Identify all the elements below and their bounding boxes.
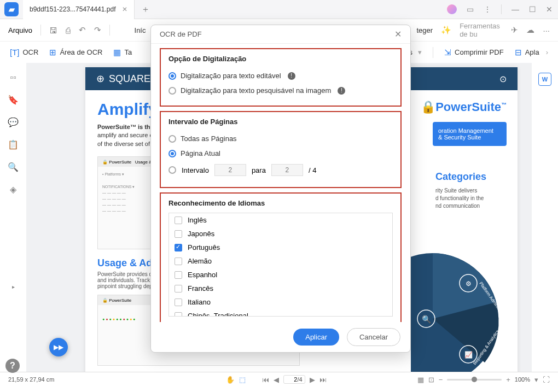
zoom-dropdown-icon[interactable]: ▾ (534, 376, 538, 384)
clipboard-icon[interactable]: 📋 (8, 139, 19, 150)
language-label: Japonês (188, 230, 214, 238)
language-label: Alemão (188, 257, 212, 265)
radio-label: Todas as Páginas (181, 134, 237, 143)
save-icon[interactable]: 🖫 (49, 26, 57, 35)
current-page-radio[interactable]: Página Atual (168, 146, 393, 161)
close-dialog-icon[interactable]: ✕ (394, 29, 402, 39)
zoom-slider[interactable] (447, 379, 502, 381)
close-window-icon[interactable]: ✕ (546, 5, 553, 14)
last-page-icon[interactable]: ⏭ (319, 376, 327, 384)
compress-icon: ⇲ (444, 48, 451, 57)
apply-button[interactable]: Aplicar (293, 329, 339, 346)
language-item[interactable]: Espanhol (169, 268, 392, 282)
page-total: /4 (297, 376, 302, 383)
app-logo: ▰ (4, 2, 19, 16)
info-icon[interactable]: ! (338, 87, 345, 95)
divider (433, 47, 433, 58)
select-tool-icon[interactable]: ⬚ (239, 376, 246, 384)
ai-assistant-button[interactable]: ▶▶ (49, 338, 68, 356)
prev-page-icon[interactable]: ◀ (274, 376, 279, 384)
layers-icon[interactable]: ◈ (10, 184, 16, 195)
fullscreen-icon[interactable]: ⛶ (543, 376, 550, 384)
redo-icon[interactable]: ↷ (94, 25, 101, 35)
tab-home[interactable]: Iníc (135, 26, 146, 34)
radio-icon (168, 87, 176, 95)
settings-icon[interactable]: ··· (543, 26, 550, 35)
apla-label: Apla (525, 48, 539, 56)
new-tab-button[interactable]: ＋ (135, 4, 156, 15)
language-list[interactable]: InglêsJaponêsPortuguêsAlemãoEspanholFran… (168, 213, 393, 317)
radio-icon (168, 166, 176, 174)
file-menu[interactable]: Arquivo (8, 26, 32, 34)
range-from-input[interactable] (214, 164, 246, 176)
apla-button[interactable]: ⊟Apla› (515, 48, 548, 57)
thumbnails-icon[interactable]: ▫▫ (10, 73, 16, 83)
checkbox-icon (175, 244, 182, 251)
compress-button[interactable]: ⇲Comprimir PDF (444, 48, 504, 57)
sparkle-icon[interactable]: ✨ (441, 25, 451, 35)
range-section-title: Intervalo de Páginas (168, 118, 393, 126)
range-to-input[interactable] (271, 164, 303, 176)
first-page-icon[interactable]: ⏮ (262, 376, 269, 384)
close-tab-icon[interactable]: ✕ (122, 5, 127, 13)
chevron-right-icon: › (546, 48, 548, 56)
bookmarks-icon[interactable]: 🔖 (8, 95, 19, 105)
language-label: Português (188, 243, 220, 251)
help-icon[interactable]: ? (5, 359, 20, 373)
divider (40, 25, 41, 36)
comments-icon[interactable]: 💬 (8, 117, 19, 127)
language-item[interactable]: Francês (169, 282, 392, 295)
selected-language: Português (168, 317, 393, 322)
all-pages-radio[interactable]: Todas as Páginas (168, 131, 393, 146)
expand-panel-icon[interactable]: ▸ (12, 284, 15, 290)
language-item[interactable]: Alemão (169, 254, 392, 268)
language-item[interactable]: Japonês (169, 227, 392, 241)
dialog-titlebar: OCR de PDF ✕ (151, 25, 410, 44)
scan-searchable-radio[interactable]: Digitalização para texto pesquisável na … (168, 83, 393, 98)
print-icon[interactable]: ⎙ (66, 26, 71, 35)
tab-ai-tools[interactable]: Ferramentas de bu (460, 22, 503, 38)
language-item[interactable]: Inglês (169, 213, 392, 227)
right-sidebar: W (532, 63, 558, 372)
page-number-field[interactable]: /4 (283, 375, 305, 384)
search-icon[interactable]: 🔍 (8, 162, 19, 172)
word-export-icon[interactable]: W (538, 73, 551, 86)
view-mode-icon[interactable]: ▦ (417, 376, 424, 384)
kebab-menu-icon[interactable]: ⋮ (484, 5, 491, 14)
radio-label: Página Atual (181, 149, 220, 157)
language-item[interactable]: Chinês_Tradicional (169, 309, 392, 317)
language-item[interactable]: Italiano (169, 295, 392, 309)
scan-editable-radio[interactable]: Digitalização para texto editável ! (168, 68, 393, 83)
checkbox-icon (175, 285, 182, 292)
range-radio-row[interactable]: Intervalo para / 4 (168, 161, 393, 179)
minimize-icon[interactable]: — (512, 5, 519, 14)
left-sidebar: ▫▫ 🔖 💬 📋 🔍 ◈ ▸ (0, 63, 26, 372)
info-icon[interactable]: ! (288, 72, 295, 80)
ta-button[interactable]: ▦Ta (113, 48, 132, 57)
divider (109, 25, 110, 36)
document-tab[interactable]: b9ddf151-223...75474441.pdf ✕ (23, 0, 135, 19)
ocr-button[interactable]: [T]OCR (10, 48, 38, 57)
powersuite-label: 🔒PowerSuite™ (421, 100, 507, 114)
avatar-icon[interactable] (447, 4, 457, 14)
maximize-icon[interactable]: ☐ (529, 5, 536, 14)
fit-icon[interactable]: ⊡ (428, 376, 434, 384)
tab-protect[interactable]: teger (416, 26, 433, 34)
language-label: Francês (188, 284, 213, 292)
zoom-out-icon[interactable]: − (439, 376, 443, 384)
chat-icon[interactable]: ▭ (467, 5, 474, 14)
radio-icon (168, 150, 176, 157)
next-page-icon[interactable]: ▶ (310, 376, 315, 384)
send-icon[interactable]: ✈ (511, 25, 518, 35)
compress-label: Comprimir PDF (455, 48, 504, 56)
zoom-in-icon[interactable]: + (506, 376, 510, 384)
ocr-area-button[interactable]: ⊞Área de OCR (49, 48, 102, 57)
page-input[interactable] (286, 376, 297, 383)
hand-tool-icon[interactable]: ✋ (226, 376, 235, 384)
language-item[interactable]: Português (169, 241, 392, 254)
cancel-button[interactable]: Cancelar (347, 328, 400, 346)
checkbox-icon (175, 230, 182, 238)
grid-icon: ▦ (113, 48, 121, 57)
undo-icon[interactable]: ↶ (79, 25, 86, 35)
cloud-icon[interactable]: ☁ (526, 25, 534, 35)
